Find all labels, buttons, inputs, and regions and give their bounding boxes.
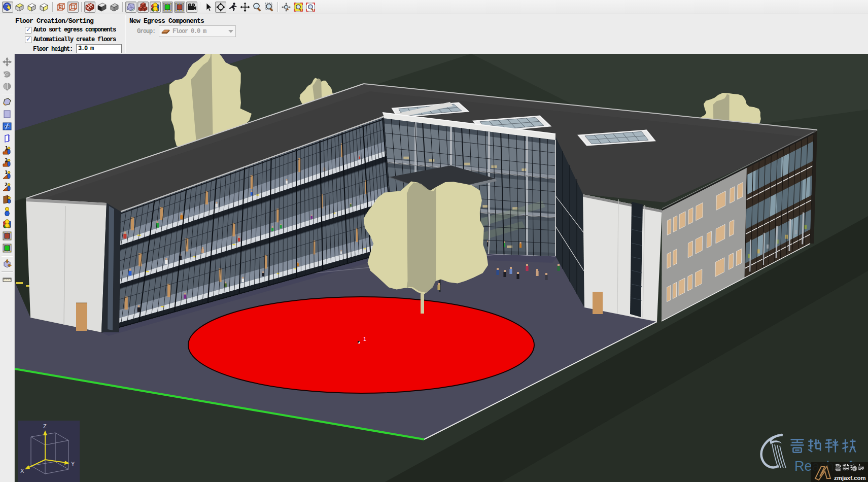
door-tool-button[interactable]: [1, 132, 13, 145]
scene-rect: [795, 230, 797, 234]
terrain-icon: [126, 2, 136, 12]
wireframe-all-button[interactable]: [55, 2, 66, 13]
scene-polygon: [688, 241, 692, 258]
auto-sort-checkbox[interactable]: ✓: [25, 27, 31, 33]
elevator-icon: [2, 194, 12, 204]
move-gray-icon: [2, 57, 12, 67]
marker-label: 1: [363, 336, 366, 342]
zoom-tool-button[interactable]: [252, 2, 263, 13]
rectangle-room-tool-button[interactable]: [1, 108, 13, 120]
toolbar-separator: [81, 2, 82, 12]
new-egress-title: New Egress Components: [129, 17, 204, 25]
mirror-tool-button[interactable]: [1, 80, 13, 92]
auto-create-floors-checkbox[interactable]: ✓: [25, 37, 31, 43]
scene-rect: [242, 277, 244, 279]
runner-icon: [228, 2, 238, 12]
pointer-tool-button[interactable]: [203, 2, 214, 13]
scene-rect: [225, 282, 226, 283]
scene-rect: [509, 269, 512, 274]
measure-tool-button[interactable]: [1, 273, 13, 286]
scene-rect: [161, 306, 164, 307]
tools-toolbar: 1 2 1 2: [0, 54, 15, 482]
scene-rect: [503, 272, 506, 277]
badge-domain-text: zmjaxf.com: [834, 475, 866, 481]
scene-polygon: [728, 253, 733, 270]
zoom-fit-tool-button[interactable]: [305, 2, 316, 13]
auto-create-checkbox-row: ✓ Automatically create floors: [25, 36, 116, 43]
stairs-one-way-tool-button[interactable]: 1: [1, 145, 13, 157]
scene-rect: [16, 282, 23, 284]
show-entries-button[interactable]: [162, 2, 173, 13]
move-tool-button[interactable]: [1, 56, 13, 68]
exit-tool-button[interactable]: [1, 230, 13, 242]
wireframe-button[interactable]: [67, 2, 79, 13]
axis-y-label: Y: [71, 461, 75, 467]
cube-side-icon: [39, 2, 49, 12]
mirror-gray-icon: [2, 81, 12, 91]
scene-rect: [256, 194, 259, 196]
cursor-icon: [203, 2, 214, 12]
show-gray-solids-button[interactable]: [109, 2, 120, 13]
toolbar-separator: [277, 2, 278, 12]
options-panel-row: Floor Creation/Sorting ✓ Auto sort egres…: [0, 14, 868, 54]
polygon-room-tool-button[interactable]: [1, 96, 13, 108]
scene-rect: [280, 224, 281, 225]
ruler-icon: [2, 274, 12, 285]
scene-rect: [507, 246, 512, 248]
scene-rect: [265, 255, 267, 269]
zoom-point-tool-button[interactable]: [281, 2, 292, 13]
show-exits-button[interactable]: [174, 2, 185, 13]
scene-rect: [557, 266, 560, 271]
thin-wall-tool-button[interactable]: [1, 120, 13, 132]
scene-rect: [167, 284, 170, 297]
ramp-one-way-tool-button[interactable]: 1: [1, 169, 13, 181]
view-side-button[interactable]: [39, 2, 50, 13]
rotate-tool-button[interactable]: [1, 68, 13, 80]
show-objects-button[interactable]: [137, 2, 149, 13]
scene-rect: [536, 269, 538, 271]
scene-rect: [201, 249, 204, 253]
viewport-3d[interactable]: 1ZXYReachsoftzmjaxf.com: [15, 54, 868, 482]
entry-tool-button[interactable]: [1, 242, 13, 254]
scene-canvas: 1ZXYReachsoftzmjaxf.com: [15, 54, 868, 482]
zoom-box-icon: [264, 2, 274, 12]
scene-polygon: [667, 286, 671, 302]
view-front-button[interactable]: [26, 2, 38, 13]
people-icon: [2, 219, 12, 229]
ramp-two-way-tool-button[interactable]: 2: [1, 181, 13, 193]
show-occupants-button[interactable]: [150, 2, 161, 13]
walk-tool-button[interactable]: [227, 2, 238, 13]
scene-line: [826, 440, 832, 440]
rotate-gray-icon: [2, 69, 12, 79]
zoom-yellow-icon: [293, 2, 303, 12]
show-dark-solids-button[interactable]: [96, 2, 108, 13]
monitor-red-icon: [175, 2, 185, 12]
solid-geometry-tool-button[interactable]: [1, 258, 13, 270]
group-dropdown[interactable]: Floor 0.0 m: [159, 25, 236, 37]
zoom-box-tool-button[interactable]: [264, 2, 275, 13]
scene-line: [789, 219, 790, 251]
add-group-tool-button[interactable]: [1, 218, 13, 230]
group-dropdown-value: Floor 0.0 m: [172, 28, 225, 35]
stairs-two-way-tool-button[interactable]: 2: [1, 157, 13, 169]
zoom-selected-tool-button[interactable]: [293, 2, 304, 13]
show-terrain-button[interactable]: [125, 2, 136, 13]
pan-tool-button[interactable]: [239, 2, 251, 13]
show-cameras-button[interactable]: [186, 2, 197, 13]
floor-height-input[interactable]: 3.0 m: [76, 44, 122, 53]
add-occupant-tool-button[interactable]: [1, 205, 13, 218]
scene-rect: [403, 157, 409, 159]
scene-polygon: [679, 212, 685, 229]
ramp1-icon: 1: [2, 170, 12, 180]
scene-rect: [146, 271, 149, 272]
zoom-point-icon: [281, 2, 291, 12]
scene-rect: [286, 179, 287, 181]
show-hatched-solids-button[interactable]: [84, 2, 95, 13]
select-object-button[interactable]: [2, 2, 13, 13]
scene-polygon: [688, 208, 693, 224]
view-top-button[interactable]: [14, 2, 25, 13]
elevator-tool-button[interactable]: [1, 193, 13, 205]
orbit-tool-button[interactable]: [215, 2, 226, 13]
poly-room-icon: [2, 97, 12, 107]
people-icon: [150, 2, 160, 12]
